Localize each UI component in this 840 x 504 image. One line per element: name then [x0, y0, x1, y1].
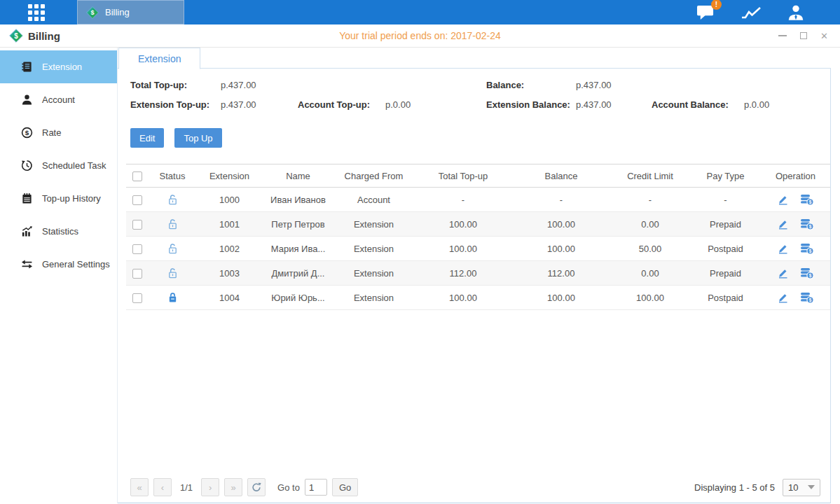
cell-charged-from: Extension [333, 212, 414, 237]
cell-balance: - [512, 188, 610, 212]
general-settings-icon [21, 258, 33, 270]
trial-notice: Your trial period ends on: 2017-02-24 [0, 30, 840, 41]
svg-text:$: $ [809, 224, 812, 230]
table-row[interactable]: 1003 Дмитрий Д... Extension 112.00 112.0… [126, 261, 830, 286]
edit-pencil-icon[interactable] [777, 243, 789, 255]
col-extension: Extension [196, 164, 263, 188]
statistics-icon [21, 225, 33, 237]
extension-balance-label: Extension Balance: [486, 99, 576, 110]
balance-label: Balance: [486, 80, 576, 90]
sidebar-item-statistics[interactable]: Statistics [0, 215, 117, 248]
cell-extension: 1000 [196, 188, 263, 212]
billing-diamond-icon: $ [9, 29, 23, 43]
taskbar-tab-billing[interactable]: $ Billing [77, 0, 184, 24]
sidebar-item-label: Account [42, 94, 75, 105]
row-checkbox[interactable] [132, 244, 142, 254]
cell-charged-from: Account [333, 188, 414, 212]
top-up-coins-icon[interactable]: $ [800, 243, 814, 255]
cell-balance: 100.00 [512, 286, 610, 310]
total-topup-label: Total Top-up: [130, 80, 221, 90]
table-row[interactable]: 1002 Мария Ива... Extension 100.00 100.0… [126, 237, 830, 261]
edit-pencil-icon[interactable] [777, 267, 789, 279]
minimize-button[interactable] [776, 30, 788, 42]
top-up-button[interactable]: Top Up [174, 128, 221, 148]
select-all-checkbox[interactable] [132, 172, 142, 181]
svg-text:$: $ [809, 200, 812, 205]
cell-name: Петр Петров [263, 212, 333, 237]
sidebar-item-general-settings[interactable]: General Settings [0, 248, 117, 281]
col-pay-type: Pay Type [690, 164, 761, 188]
notification-badge: ! [711, 0, 722, 10]
cell-pay-type: Prepaid [690, 212, 761, 237]
cell-pay-type: Prepaid [690, 261, 761, 286]
sidebar-item-scheduled-task[interactable]: Scheduled Task [0, 149, 117, 182]
sidebar-item-label: Scheduled Task [42, 160, 106, 171]
refresh-button[interactable] [247, 478, 266, 496]
tab-strip: Extension [118, 48, 831, 69]
edit-button[interactable]: Edit [130, 128, 164, 148]
cell-name: Дмитрий Д... [263, 261, 333, 286]
prev-page-button[interactable]: ‹ [153, 478, 172, 496]
top-up-coins-icon[interactable]: $ [800, 218, 814, 230]
cell-pay-type: Postpaid [690, 237, 761, 261]
statistics-chart-icon[interactable] [741, 4, 762, 21]
scheduled-task-icon [21, 160, 33, 172]
lock-open-icon[interactable] [167, 243, 178, 254]
chevron-down-icon [808, 485, 815, 489]
top-up-coins-icon[interactable]: $ [800, 292, 814, 304]
account-topup-value: p.0.00 [385, 99, 486, 110]
cell-total-topup: 100.00 [414, 237, 512, 261]
last-page-button[interactable]: » [224, 478, 242, 496]
lock-open-icon[interactable] [167, 194, 178, 205]
row-checkbox[interactable] [132, 195, 142, 205]
sidebar-item-label: Extension [42, 62, 82, 72]
edit-pencil-icon[interactable] [777, 292, 789, 304]
account-balance-value: p.0.00 [744, 99, 820, 110]
taskbar: $ Billing ! [0, 0, 840, 24]
next-page-button[interactable]: › [201, 478, 219, 496]
messages-icon[interactable]: ! [696, 4, 715, 21]
cell-extension: 1004 [196, 286, 263, 310]
extension-panel: Total Top-up: p.437.00 Balance: p.437.00… [118, 69, 831, 503]
edit-pencil-icon[interactable] [777, 218, 789, 230]
sidebar-item-label: Statistics [42, 226, 78, 237]
extension-balance-value: p.437.00 [576, 99, 652, 110]
row-checkbox[interactable] [132, 269, 142, 279]
cell-name: Иван Иванов [263, 188, 333, 212]
user-icon[interactable] [787, 4, 805, 22]
table-row[interactable]: 1001 Петр Петров Extension 100.00 100.00… [126, 212, 830, 237]
sidebar-item-rate[interactable]: $ Rate [0, 116, 117, 149]
page-indicator: 1/1 [180, 482, 193, 493]
table-row[interactable]: 1000 Иван Иванов Account - - - - $ [126, 188, 830, 212]
rate-icon: $ [21, 127, 33, 139]
extension-icon [21, 61, 33, 73]
maximize-button[interactable] [797, 30, 809, 42]
lock-closed-icon[interactable] [167, 292, 178, 303]
app-launcher-icon[interactable] [28, 4, 45, 21]
extensions-table: Status Extension Name Charged From Total… [126, 164, 830, 310]
first-page-button[interactable]: « [130, 478, 149, 496]
go-button[interactable]: Go [332, 478, 358, 496]
goto-page-input[interactable] [305, 479, 327, 496]
sidebar-item-topup-history[interactable]: Top-up History [0, 182, 117, 215]
sidebar-item-label: Top-up History [42, 193, 101, 204]
page-size-select[interactable]: 10 [783, 479, 820, 496]
col-operation: Operation [761, 164, 830, 188]
top-up-coins-icon[interactable]: $ [800, 194, 814, 206]
cell-balance: 100.00 [512, 237, 610, 261]
row-checkbox[interactable] [132, 293, 142, 303]
top-up-coins-icon[interactable]: $ [800, 267, 814, 279]
sidebar-item-account[interactable]: Account [0, 83, 117, 116]
lock-open-icon[interactable] [167, 218, 178, 230]
tab-extension[interactable]: Extension [118, 48, 200, 69]
cell-pay-type: - [690, 188, 761, 212]
account-icon [21, 94, 33, 106]
sidebar-item-extension[interactable]: Extension [0, 50, 117, 83]
table-row[interactable]: 1004 Юрий Юрь... Extension 100.00 100.00… [126, 286, 830, 310]
edit-pencil-icon[interactable] [777, 194, 789, 206]
close-button[interactable]: ✕ [818, 30, 830, 42]
lock-open-icon[interactable] [167, 267, 178, 279]
row-checkbox[interactable] [132, 220, 142, 230]
cell-charged-from: Extension [333, 286, 414, 310]
paging-toolbar: « ‹ 1/1 › » Go to Go Displaying 1 - 5 of… [130, 472, 820, 503]
